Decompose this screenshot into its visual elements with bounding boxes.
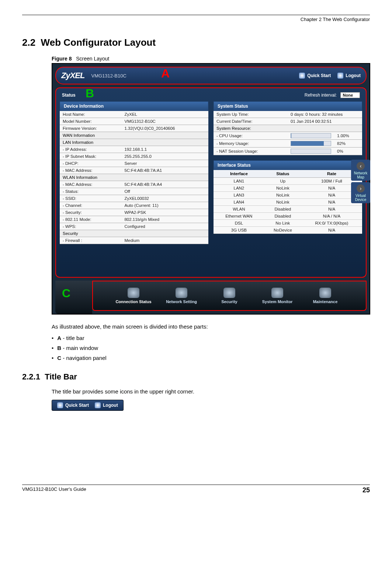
cpu-val: 1.00% [334, 132, 362, 140]
table-val: 802.11b/g/n Mixed [121, 216, 208, 223]
table-val: 192.168.1.1 [121, 146, 208, 153]
virtual-device-button[interactable]: › Virtual Device [351, 182, 370, 203]
annotation-c: C [62, 287, 70, 300]
refresh-interval-select[interactable]: None [340, 92, 360, 98]
quick-start-label: Quick Start [307, 73, 331, 78]
part-b-label: B [57, 345, 61, 351]
logout-icon [337, 73, 343, 79]
table-key: - Firewall : [60, 237, 121, 244]
intro-text: As illustrated above, the main screen is… [52, 323, 370, 330]
table-key: WAN Information [60, 132, 208, 139]
monitor-icon [128, 288, 139, 298]
table-row: DSLNo LinkRX:0/ TX:0(Kbps) [214, 220, 362, 227]
status-heading: Status [62, 93, 76, 98]
subsection-heading: 2.2.1 Title Bar [22, 372, 370, 382]
table-key: - Channel: [60, 202, 121, 209]
nav-label: Network Setting [166, 299, 197, 304]
table-row: Ethernet WANDisabledN/A / N/A [214, 213, 362, 220]
nav-security[interactable]: Security [211, 288, 248, 304]
virtual-device-label: Virtual Device [355, 194, 367, 202]
quick-start-label: Quick Start [65, 403, 89, 408]
nav-network-setting[interactable]: Network Setting [163, 288, 200, 304]
logout-button[interactable]: Logout [337, 73, 361, 79]
table-cell: NoDevice [264, 227, 301, 234]
table-cell: RX:0/ TX:0(Kbps) [301, 220, 362, 227]
quick-start-button[interactable]: Quick Start [299, 73, 331, 79]
chapter-header: Chapter 2 The Web Configurator [22, 17, 370, 22]
nav-connection-status[interactable]: Connection Status [115, 288, 152, 304]
nav-system-monitor[interactable]: System Monitor [259, 288, 296, 304]
part-a-label: A [57, 335, 61, 341]
mem-val: 82% [334, 140, 362, 148]
uptime-key: System Up Time: [214, 111, 288, 118]
datetime-val: 01 Jan 2014 00:32:51 [288, 118, 362, 125]
table-cell: Ethernet WAN [214, 213, 264, 220]
page-footer: VMG1312-B10C User's Guide 25 [22, 485, 370, 494]
gear-icon [176, 288, 187, 298]
logout-label: Logout [103, 403, 118, 408]
table-cell: 3G USB [214, 227, 264, 234]
list-item: B - main window [52, 345, 370, 351]
table-val: ZyXEL [121, 111, 208, 118]
nav-maintenance[interactable]: Maintenance [307, 288, 344, 304]
figure-caption: Figure 8 Screen Layout [52, 56, 370, 62]
wand-icon [299, 73, 305, 79]
quick-start-button-inset[interactable]: Quick Start [57, 402, 89, 408]
figure-label: Figure 8 [52, 56, 72, 62]
annotation-a: A [161, 67, 170, 80]
table-cell: LAN1 [214, 178, 264, 185]
table-val: 255.255.255.0 [121, 153, 208, 160]
table-key: Security [60, 230, 208, 237]
list-item: C - navigation panel [52, 355, 370, 361]
table-key: - SSID: [60, 195, 121, 202]
table-row: WLANDisabledN/A [214, 206, 362, 213]
navigation-panel-region-c: Connection Status Network Setting Securi… [92, 281, 367, 311]
table-cell: N/A [301, 227, 362, 234]
device-info-table: Host Name:ZyXELModel Number:VMG1312-B10C… [60, 111, 208, 244]
nav-label: Connection Status [115, 299, 151, 304]
subsection-number: 2.2.1 [22, 372, 40, 381]
table-cell: N/A / N/A [301, 213, 362, 220]
table-cell: No Link [264, 220, 301, 227]
refresh-interval-label: Refresh interval: [305, 93, 337, 98]
table-key: WLAN Information [60, 174, 208, 181]
wand-icon [57, 402, 63, 408]
table-val: Configured [121, 223, 208, 230]
table-val: 1.32(VQU.0)C0_20140606 [121, 125, 208, 132]
table-val: VMG1312-B10C [121, 118, 208, 125]
part-c-label: C [57, 355, 61, 361]
device-info-header: Device Information [60, 101, 208, 111]
uptime-val: 0 days: 0 hours: 32 minutes [288, 111, 362, 118]
table-row: 3G USBNoDeviceN/A [214, 227, 362, 234]
table-val: Medium [121, 237, 208, 244]
nat-val: 0% [334, 148, 362, 155]
table-header: Interface [214, 170, 264, 178]
part-c-desc: - navigation panel [61, 355, 107, 361]
table-cell: LAN4 [214, 199, 264, 206]
table-cell: NoLink [264, 192, 301, 199]
brand-logo: ZyXEL [61, 71, 84, 80]
title-bar-region-a: A ZyXEL VMG1312-B10C Quick Start Logout [55, 67, 367, 84]
system-status-table: System Up Time: 0 days: 0 hours: 32 minu… [214, 111, 362, 155]
table-cell: N/A [301, 206, 362, 213]
table-key: - WPS: [60, 223, 121, 230]
mem-key: - Memory Usage: [214, 140, 288, 148]
table-header: Status [264, 170, 301, 178]
datetime-key: Current Date/Time: [214, 118, 288, 125]
nav-label: System Monitor [262, 299, 293, 304]
main-window-region-b: B Status Refresh interval: None Device I… [55, 87, 367, 278]
network-map-button[interactable]: ‹ Network Map [351, 160, 370, 181]
network-map-label: Network Map [354, 171, 368, 179]
shield-icon [223, 288, 235, 298]
logout-button-inset[interactable]: Logout [95, 402, 118, 408]
table-cell: Disabled [264, 206, 301, 213]
table-val: WPA2-PSK [121, 209, 208, 216]
parts-list: A - title bar B - main window C - naviga… [22, 335, 370, 361]
section-title: Web Configurator Layout [41, 37, 156, 48]
screenshot-figure: A ZyXEL VMG1312-B10C Quick Start Logout … [52, 63, 370, 315]
footer-guide: VMG1312-B10C User's Guide [22, 486, 86, 494]
chevron-right-icon: › [357, 184, 365, 192]
table-val: Auto (Current: 11) [121, 202, 208, 209]
table-key: Firmware Version: [60, 125, 121, 132]
section-heading: 2.2 Web Configurator Layout [22, 37, 370, 48]
